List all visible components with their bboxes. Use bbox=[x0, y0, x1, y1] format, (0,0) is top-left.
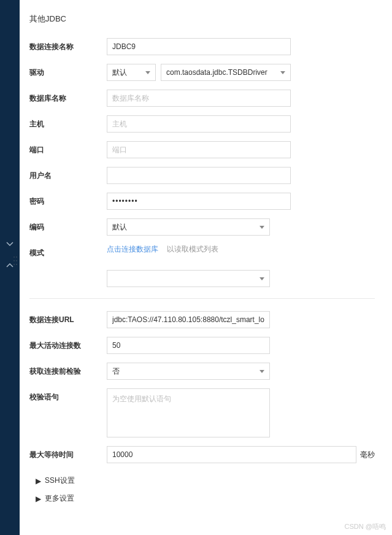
user-input[interactable] bbox=[107, 167, 291, 184]
driver-class-select[interactable]: com.taosdata.jdbc.TSDBDriver bbox=[161, 64, 291, 81]
label-schema: 模式 bbox=[29, 244, 107, 258]
conn-name-input[interactable] bbox=[107, 38, 291, 55]
test-on-borrow-select[interactable]: 否 bbox=[107, 363, 270, 380]
collapse-more[interactable]: ▶ 更多设置 bbox=[29, 490, 375, 507]
encoding-select[interactable]: 默认 bbox=[107, 218, 270, 236]
svg-point-4 bbox=[13, 264, 15, 265]
url-input[interactable] bbox=[107, 311, 270, 328]
svg-point-2 bbox=[13, 260, 15, 261]
schema-select[interactable] bbox=[107, 270, 270, 287]
label-validation-query: 校验语句 bbox=[29, 388, 107, 402]
validation-query-textarea[interactable] bbox=[107, 388, 270, 437]
triangle-right-icon: ▶ bbox=[36, 477, 41, 485]
label-url: 数据连接URL bbox=[29, 311, 107, 325]
schema-hint: 以读取模式列表 bbox=[167, 244, 218, 255]
db-name-input[interactable] bbox=[107, 90, 291, 107]
driver-mode-select[interactable]: 默认 bbox=[107, 64, 156, 81]
main-panel: 其他JDBC 数据连接名称 驱动 默认 com.taosdata.jdbc.TS… bbox=[20, 0, 392, 535]
drag-handle-icon[interactable] bbox=[11, 252, 20, 270]
label-user: 用户名 bbox=[29, 167, 107, 181]
max-active-input[interactable] bbox=[107, 337, 270, 354]
label-port: 端口 bbox=[29, 141, 107, 155]
watermark: CSDN @唔鸣 bbox=[345, 522, 386, 531]
label-max-wait: 最大等待时间 bbox=[29, 446, 107, 460]
host-input[interactable] bbox=[107, 115, 291, 133]
svg-point-1 bbox=[16, 256, 17, 258]
label-encoding: 编码 bbox=[29, 218, 107, 233]
collapse-ssh[interactable]: ▶ SSH设置 bbox=[29, 472, 375, 490]
unit-ms: 毫秒 bbox=[360, 450, 375, 460]
label-db-name: 数据库名称 bbox=[29, 90, 107, 104]
page-title: 其他JDBC bbox=[29, 13, 375, 25]
label-max-active: 最大活动连接数 bbox=[29, 337, 107, 351]
svg-point-5 bbox=[16, 264, 17, 265]
password-input[interactable] bbox=[107, 193, 291, 210]
label-conn-name: 数据连接名称 bbox=[29, 38, 107, 52]
svg-point-0 bbox=[13, 256, 15, 258]
label-host: 主机 bbox=[29, 115, 107, 129]
label-password: 密码 bbox=[29, 193, 107, 207]
connect-db-link[interactable]: 点击连接数据库 bbox=[107, 244, 158, 255]
divider bbox=[29, 298, 375, 299]
label-driver: 驱动 bbox=[29, 64, 107, 78]
max-wait-input[interactable] bbox=[107, 446, 356, 463]
port-input[interactable] bbox=[107, 141, 291, 158]
svg-point-3 bbox=[16, 260, 17, 261]
triangle-right-icon: ▶ bbox=[36, 495, 41, 503]
label-test-on-borrow: 获取连接前检验 bbox=[29, 363, 107, 377]
